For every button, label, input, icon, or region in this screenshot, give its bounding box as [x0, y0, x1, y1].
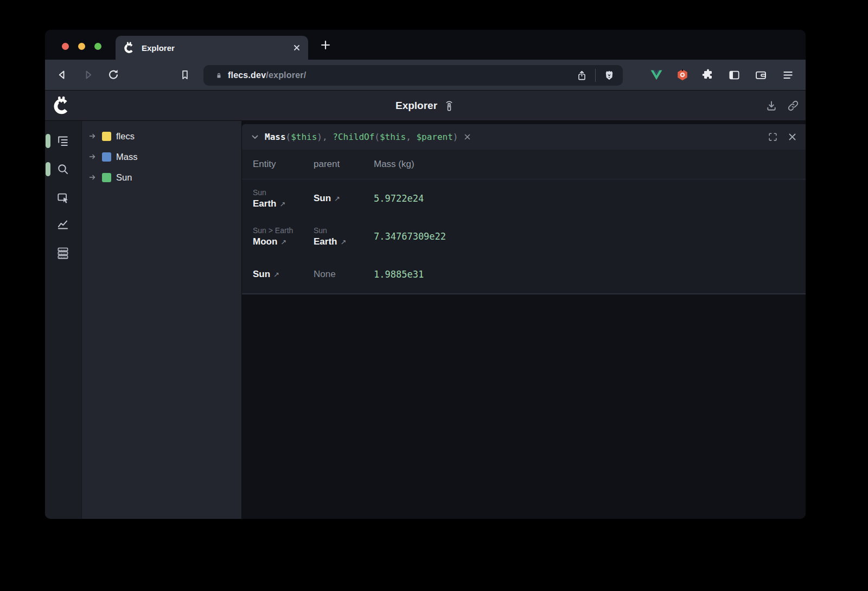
- parent-link[interactable]: None: [314, 269, 374, 280]
- entity-cell: Sun↗: [242, 269, 314, 280]
- close-panel-icon[interactable]: [788, 132, 797, 142]
- table-row: Sun Earth↗ Sun↗ 5.9722e24: [242, 179, 806, 217]
- tab-bar: Explorer: [45, 30, 806, 60]
- entity-cell: Sun > Earth Moon↗: [242, 226, 314, 247]
- entity-color-swatch: [102, 173, 111, 182]
- parent-cell: Sun Earth↗: [314, 226, 374, 247]
- hexagon-extension-icon[interactable]: [675, 67, 690, 82]
- sidebar-stats-icon[interactable]: [53, 214, 73, 234]
- query-panel: Mass($this), ?ChildOf($this, $parent): [242, 124, 806, 294]
- sidebar-inspect-icon[interactable]: [53, 188, 73, 208]
- external-link-icon: ↗: [280, 238, 286, 246]
- flecs-favicon-icon: [123, 42, 135, 54]
- vue-devtools-extension-icon[interactable]: [649, 67, 664, 82]
- expand-arrow-icon[interactable]: [88, 132, 97, 140]
- mass-value: 7.34767309e22: [374, 231, 806, 242]
- tab-title: Explorer: [142, 43, 175, 53]
- active-indicator: [46, 134, 50, 148]
- browser-toolbar: flecs.dev/explorer/: [45, 60, 806, 91]
- reload-button[interactable]: [106, 67, 121, 82]
- parent-link[interactable]: Sun↗: [314, 193, 374, 204]
- parent-link[interactable]: Earth↗: [314, 236, 374, 247]
- url-domain: flecs.dev: [228, 70, 266, 80]
- external-link-icon: ↗: [279, 200, 285, 208]
- table-header: Entity parent Mass (kg): [242, 150, 806, 179]
- page-title: Explorer: [395, 100, 437, 112]
- entity-cell: Sun Earth↗: [242, 188, 314, 209]
- app-header: Explorer: [45, 91, 806, 120]
- tree-item[interactable]: Mass: [82, 146, 241, 167]
- divider: [595, 69, 596, 82]
- entity-link[interactable]: Moon↗: [253, 236, 314, 247]
- sidebar-toggle-icon[interactable]: [726, 67, 742, 82]
- tree-item[interactable]: Sun: [82, 167, 241, 188]
- download-icon[interactable]: [763, 98, 780, 114]
- entity-link[interactable]: Sun↗: [253, 269, 314, 280]
- expand-arrow-icon[interactable]: [88, 173, 97, 182]
- fullscreen-icon[interactable]: [768, 132, 778, 142]
- parent-cell: None: [314, 269, 374, 280]
- mass-value: 5.9722e24: [374, 193, 806, 204]
- entity-path: Sun: [253, 188, 314, 197]
- table-row: Sun↗ None 1.9885e31: [242, 255, 806, 293]
- query-area: Mass($this), ?ChildOf($this, $parent): [241, 121, 806, 519]
- chevron-down-icon[interactable]: [251, 133, 259, 142]
- minimize-window-button[interactable]: [78, 43, 85, 50]
- query-clear-icon[interactable]: [463, 133, 471, 141]
- entity-link[interactable]: Earth↗: [253, 198, 314, 209]
- column-header-mass: Mass (kg): [374, 159, 806, 170]
- tab-close-icon[interactable]: [293, 44, 301, 52]
- wallet-icon[interactable]: [753, 67, 768, 82]
- extensions-puzzle-icon[interactable]: [700, 67, 716, 82]
- new-tab-button[interactable]: [318, 37, 333, 53]
- forward-button[interactable]: [80, 67, 95, 82]
- bookmark-icon[interactable]: [177, 67, 193, 82]
- external-link-icon: ↗: [340, 238, 346, 246]
- browser-tab-explorer[interactable]: Explorer: [116, 36, 308, 60]
- share-icon[interactable]: [576, 70, 588, 81]
- tree-item-label: Sun: [116, 172, 132, 183]
- tree-item[interactable]: flecs: [82, 126, 241, 146]
- lock-icon: [214, 71, 224, 80]
- entity-color-swatch: [102, 152, 111, 162]
- sidebar-memory-icon[interactable]: [53, 243, 73, 262]
- url-text: flecs.dev/explorer/: [228, 70, 306, 80]
- sidebar-search-icon[interactable]: [53, 159, 73, 179]
- query-bar: Mass($this), ?ChildOf($this, $parent): [242, 124, 806, 150]
- entity-path: Sun > Earth: [253, 226, 314, 235]
- table-row: Sun > Earth Moon↗ Sun Earth↗ 7.34767309e…: [242, 217, 806, 255]
- external-link-icon: ↗: [273, 271, 279, 279]
- query-expression[interactable]: Mass($this), ?ChildOf($this, $parent): [265, 132, 458, 142]
- browser-window: Explorer: [45, 30, 806, 519]
- result-table-body: Sun Earth↗ Sun↗ 5.9722e24 Sun > Earth Mo…: [242, 179, 806, 293]
- url-path: /explorer/: [266, 70, 306, 80]
- column-header-entity: Entity: [242, 159, 314, 170]
- tree-item-label: flecs: [116, 131, 135, 142]
- tree-list: flecs Mass Sun: [82, 126, 241, 188]
- external-link-icon: ↗: [334, 195, 340, 203]
- remote-connection-icon[interactable]: [443, 99, 455, 112]
- brave-shield-icon[interactable]: [603, 69, 615, 81]
- column-header-parent: parent: [314, 159, 374, 170]
- parent-path: Sun: [314, 226, 374, 235]
- zoom-window-button[interactable]: [94, 43, 101, 50]
- menu-icon[interactable]: [780, 67, 795, 82]
- active-indicator: [46, 162, 50, 176]
- expand-arrow-icon[interactable]: [88, 152, 97, 161]
- back-button[interactable]: [55, 67, 70, 82]
- icon-sidebar: [45, 121, 81, 519]
- main-content: flecs Mass Sun Mass($this), ?ChildOf($th…: [45, 120, 806, 519]
- sidebar-tree-icon[interactable]: [53, 131, 73, 151]
- entity-color-swatch: [102, 132, 111, 141]
- close-window-button[interactable]: [62, 43, 69, 50]
- parent-cell: Sun↗: [314, 193, 374, 204]
- entity-tree-panel: flecs Mass Sun: [81, 121, 241, 519]
- url-bar[interactable]: flecs.dev/explorer/: [203, 65, 623, 86]
- tree-item-label: Mass: [116, 152, 137, 162]
- traffic-lights: [62, 43, 101, 50]
- copy-link-icon[interactable]: [785, 98, 801, 114]
- mass-value: 1.9885e31: [374, 269, 806, 280]
